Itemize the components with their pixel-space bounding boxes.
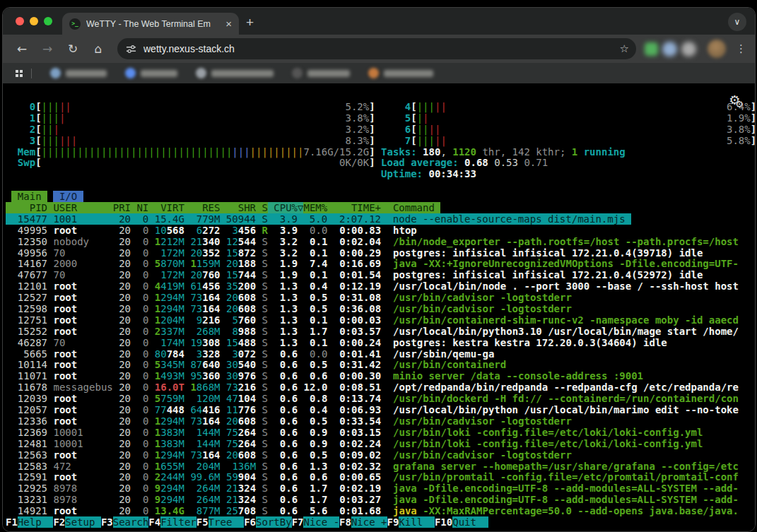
htop-tab-io[interactable]: I/O — [53, 191, 83, 202]
browser-menu-icon[interactable]: ⋮ — [736, 42, 746, 55]
back-button[interactable]: ← — [11, 42, 33, 56]
text-run: 294M — [160, 494, 184, 505]
extension-icon-green[interactable] — [645, 42, 658, 56]
process-row-12598[interactable]: 12598 root 20 0 1294M 73164 20608 S 1.3 … — [6, 304, 755, 315]
window-minimize-button[interactable] — [30, 17, 38, 25]
bookmark-item-1[interactable] — [50, 68, 107, 78]
text-run — [221, 382, 226, 393]
process-row-12925[interactable]: 12925 8978 20 0 9294M 264M 21324 S 0.6 1… — [6, 483, 755, 495]
extension-icon-gray[interactable] — [681, 42, 696, 57]
site-settings-icon[interactable] — [126, 44, 136, 54]
process-table-header[interactable]: PID USER PRI NI VIRT RES SHR S CPU%▽MEM%… — [6, 203, 755, 214]
bookmark-item-4[interactable] — [292, 68, 350, 78]
fkey-number[interactable]: F1 — [6, 516, 18, 528]
bookmark-item-3[interactable] — [196, 68, 274, 78]
text-run — [256, 370, 262, 382]
function-key-bar[interactable]: F1Help F2Setup F3SearchF4FilterF5Tree F6… — [6, 517, 755, 528]
htop-tab-main[interactable]: Main — [11, 191, 47, 202]
htop-tabs-line[interactable]: Main I/O — [6, 191, 755, 203]
tab-search-button[interactable]: ∨ — [728, 13, 746, 31]
process-row-10114[interactable]: 10114 root 20 0 5345M 87640 30540 S 0.6 … — [6, 360, 755, 371]
text-run — [381, 461, 393, 472]
new-tab-button[interactable]: + — [246, 15, 254, 30]
text-run: 35 — [226, 280, 238, 292]
reload-button[interactable]: ↻ — [62, 42, 83, 56]
window-close-button[interactable] — [16, 17, 24, 25]
fkey-number[interactable]: F6 — [244, 516, 256, 528]
text-run: 0.6 — [274, 427, 298, 438]
fkey-number[interactable]: F3 — [101, 516, 113, 528]
process-row-12751[interactable]: 12751 root 20 0 1204M 9216 5760 S 1.3 0.… — [6, 315, 755, 326]
process-row-47677[interactable]: 47677 70 20 0 172M 20760 15744 S 1.9 0.1… — [6, 270, 755, 281]
url-text[interactable]: wetty.nexus-stack.ch — [143, 43, 613, 54]
fkey-label-kill[interactable]: Kill — [399, 516, 435, 528]
fkey-label-quit[interactable]: Quit — [452, 516, 488, 528]
fkey-label-sortby[interactable]: SortBy — [256, 516, 292, 528]
fkey-number[interactable]: F9 — [387, 516, 399, 528]
text-run: 0.6 — [274, 505, 298, 516]
text-run: 0:33.54 — [334, 415, 381, 427]
process-row-12101[interactable]: 12101 root 20 0 4419M 61456 35200 S 1.3 … — [6, 281, 755, 292]
column-headers[interactable]: PID USER PRI NI VIRT RES SHR S — [6, 202, 268, 213]
fkey-number[interactable]: F2 — [53, 516, 65, 528]
fkey-label-nice -[interactable]: Nice - — [303, 516, 339, 528]
address-bar[interactable]: wetty.nexus-stack.ch ☆ — [117, 38, 636, 59]
profile-avatar[interactable] — [708, 40, 726, 58]
process-row-49995[interactable]: 49995 root 20 0 10568 6272 3456 R 3.9 0.… — [6, 225, 755, 237]
column-headers[interactable]: MEM% TIME+ Command — [303, 202, 440, 213]
fkey-label-tree[interactable]: Tree — [209, 516, 245, 528]
process-row-12039[interactable]: 12039 root 20 0 5759M 120M 47104 S 0.6 0… — [6, 394, 755, 405]
process-row-12369[interactable]: 12369 10001 20 0 1383M 144M 75264 S 0.6 … — [6, 427, 755, 439]
text-run: 64 — [190, 404, 202, 415]
tab-close-icon[interactable]: × — [224, 18, 233, 29]
fkey-label-setup[interactable]: Setup — [65, 516, 101, 528]
process-row-12583[interactable]: 12583 472 20 0 1655M 204M 136M S 0.6 1.3… — [6, 461, 755, 473]
fkey-label-search[interactable]: Search — [113, 516, 149, 528]
home-button[interactable]: ⌂ — [88, 42, 109, 56]
text-run: 0:09.02 — [334, 449, 381, 461]
process-row-12591[interactable]: 12591 root 20 0 2244M 99.6M 59904 S 0.6 … — [6, 472, 755, 483]
sort-column-header-cpu[interactable]: CPU%▽ — [268, 202, 304, 213]
process-row-13231[interactable]: 13231 8978 20 0 9294M 264M 21324 S 0.6 1… — [6, 495, 755, 506]
text-run: 0.71 — [524, 157, 548, 168]
process-row-11071[interactable]: 11071 root 20 0 1493M 95360 30976 S 0.6 … — [6, 371, 755, 382]
fkey-number[interactable]: F10 — [435, 516, 452, 528]
process-row-5665[interactable]: 5665 root 20 0 80784 3328 3072 S 0.6 0.0… — [6, 349, 755, 360]
extension-icon-blue[interactable] — [662, 42, 677, 57]
fkey-label-nice +[interactable]: Nice + — [351, 516, 387, 528]
process-row-12527[interactable]: 12527 root 20 0 1294M 73164 20608 S 1.3 … — [6, 292, 755, 304]
text-run: 0 — [136, 236, 148, 247]
bookmark-item-2[interactable] — [125, 68, 177, 78]
text-run: 1.9 — [274, 258, 298, 269]
fkey-number[interactable]: F8 — [339, 516, 351, 528]
process-row-49956[interactable]: 49956 70 20 0 172M 20352 15872 S 3.2 0.1… — [6, 248, 755, 259]
process-row-46287[interactable]: 46287 70 20 0 174M 19308 15488 S 1.3 0.1… — [6, 338, 755, 349]
fkey-number[interactable]: F4 — [148, 516, 160, 528]
fkey-number[interactable]: F7 — [292, 516, 304, 528]
fkey-number[interactable]: F5 — [196, 516, 209, 528]
text-run: 1.3 — [274, 303, 298, 314]
settings-gear-icon[interactable]: ⚙⚙ — [729, 95, 744, 110]
apps-grid-icon[interactable] — [16, 70, 23, 77]
bookmark-star-icon[interactable]: ☆ — [620, 42, 629, 55]
bookmark-item-5[interactable] — [368, 68, 433, 78]
fkey-label-help[interactable]: Help — [18, 516, 54, 528]
process-row-14921[interactable]: 14921 root 20 0 13.4G 877M 25708 S 0.6 5… — [6, 506, 755, 517]
process-row-15252[interactable]: 15252 root 20 0 2337M 268M 8988 S 1.3 1.… — [6, 326, 755, 338]
browser-tab-wetty[interactable]: >_ WeTTY - The Web Terminal Em × — [62, 13, 239, 35]
process-row-12350[interactable]: 12350 nobody 20 0 1212M 21340 12544 S 3.… — [6, 237, 755, 248]
process-row-12563[interactable]: 12563 root 20 0 1294M 73164 20608 S 0.6 … — [6, 450, 755, 461]
text-run — [256, 326, 262, 337]
process-row-12481[interactable]: 12481 10001 20 0 1383M 144M 75264 S 0.6 … — [6, 439, 755, 450]
process-row-11678[interactable]: 11678 messagebus 20 0 16.0T 1868M 73216 … — [6, 382, 755, 394]
window-zoom-button[interactable] — [44, 17, 52, 25]
forward-button[interactable]: → — [37, 42, 58, 56]
process-row-15477[interactable]: 15477 1001 20 0 15.4G 779M 50944 S 3.9 5… — [6, 214, 755, 225]
fkey-label-filter[interactable]: Filter — [160, 516, 196, 528]
wetty-terminal[interactable]: ⚙⚙ 0[||||| 5.2%] 4[||||| 6.4%] 1[|||| 3.… — [3, 83, 755, 531]
process-row-14167[interactable]: 14167 2000 20 0 5870M 1159M 20188 S 1.9 … — [6, 259, 755, 270]
process-row-12336[interactable]: 12336 root 20 0 1294M 73164 20608 S 0.6 … — [6, 416, 755, 427]
text-run: 7.16G/15.2G — [303, 146, 369, 158]
process-row-12057[interactable]: 12057 root 20 0 77448 64416 11776 S 0.6 … — [6, 405, 755, 416]
text-run: 2 — [6, 124, 35, 135]
